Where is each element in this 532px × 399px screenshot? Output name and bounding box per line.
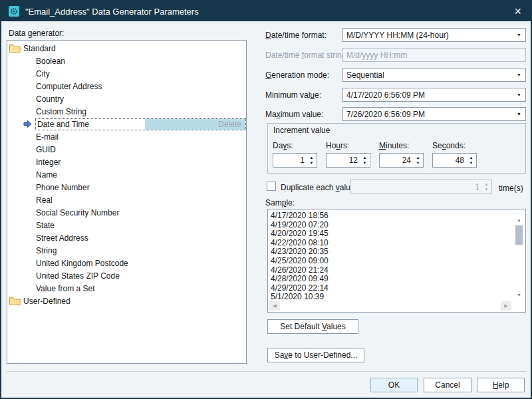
spinner-down-icon: ▼ xyxy=(485,188,489,192)
sample-row: 4/17/2020 18:56 xyxy=(271,211,329,221)
increment-value-group: Increment value Days: 1 ▲▼ Hours: 12 ▲▼ … xyxy=(267,123,526,174)
maximum-value-label: Maximum value: xyxy=(265,110,323,119)
dropdown-arrow-icon: ▼ xyxy=(517,72,525,77)
folder-icon xyxy=(9,44,21,53)
tree-item-value-from-a-set[interactable]: Value from a Set xyxy=(7,282,246,295)
sample-label: Sample: xyxy=(265,198,295,207)
tree-item-state[interactable]: State xyxy=(7,219,246,231)
title-bar: "Email_Address" Data Generator Parameter… xyxy=(1,1,531,21)
tree-item-city[interactable]: City xyxy=(7,67,246,80)
tree-item-boolean[interactable]: Boolean xyxy=(7,55,246,67)
duplicate-each-value-checkbox[interactable] xyxy=(267,182,276,191)
tree-item-phone-number[interactable]: Phone Number xyxy=(7,181,246,194)
format-string-label: Date/time format string: xyxy=(265,51,348,60)
sample-row: 4/22/2020 08:10 xyxy=(271,239,329,248)
selected-item-arrow-icon xyxy=(23,120,32,128)
times-suffix-label: time(s) xyxy=(499,184,523,193)
scroll-up-icon[interactable]: ▲ xyxy=(517,217,521,222)
tree-item-custom-string[interactable]: Custom String xyxy=(7,105,246,118)
tree-item-label: Standard xyxy=(23,44,56,53)
tree-item-computer-address[interactable]: Computer Address xyxy=(7,80,246,92)
scroll-right-icon[interactable]: ▶ xyxy=(501,301,511,311)
data-generator-label: Data generator: xyxy=(9,29,64,38)
hours-label: Hours: xyxy=(326,141,349,150)
minimum-value-select[interactable]: 4/17/2020 6:56:09 PM ▼ xyxy=(342,88,526,102)
tree-item-string[interactable]: String xyxy=(7,244,246,257)
tree-folder-standard[interactable]: Standard xyxy=(7,42,246,55)
spinner-up-icon[interactable]: ▲ xyxy=(310,156,314,160)
vertical-scrollbar-thumb[interactable] xyxy=(515,225,523,245)
tree-item-label: User-Defined xyxy=(23,297,70,306)
tree-item-date-and-time-selected[interactable]: Date and Time Delete xyxy=(7,118,246,130)
tree-item-united-states-zip-code[interactable]: United States ZIP Code xyxy=(7,269,246,282)
data-generator-parameters-dialog: "Email_Address" Data Generator Parameter… xyxy=(0,0,532,399)
cancel-button[interactable]: Cancel xyxy=(424,378,471,392)
tree-item-social-security-number[interactable]: Social Security Number xyxy=(7,206,246,219)
tree-item-country[interactable]: Country xyxy=(7,92,246,105)
tree-item-email[interactable]: E-mail xyxy=(7,130,246,143)
tree-item-real[interactable]: Real xyxy=(7,194,246,206)
selected-row-focus-box: Date and Time Delete xyxy=(35,118,246,130)
selection-highlight: Delete xyxy=(145,119,245,130)
scroll-down-icon[interactable]: ▼ xyxy=(517,293,521,297)
set-default-values-button[interactable]: Set Default Values xyxy=(267,319,358,334)
gear-app-icon xyxy=(9,6,19,17)
folder-icon xyxy=(9,297,21,305)
duplicate-count-spinner-disabled: 1 ▲▼ xyxy=(350,180,492,194)
tree-item-integer[interactable]: Integer xyxy=(7,156,246,168)
save-to-user-defined-button[interactable]: Save to User-Defined... xyxy=(267,348,364,362)
help-button[interactable]: Help xyxy=(477,378,525,392)
delete-inline-button[interactable]: Delete xyxy=(218,120,241,129)
spinner-down-icon[interactable]: ▼ xyxy=(310,162,314,165)
spinner-up-icon[interactable]: ▲ xyxy=(469,156,473,160)
generation-mode-label: Generation mode: xyxy=(265,70,329,80)
duplicate-each-value-label: Duplicate each value xyxy=(281,183,354,192)
dropdown-arrow-icon: ▼ xyxy=(517,92,525,97)
datetime-format-select[interactable]: M/D/YYYY HH:MM (24-hour) ▼ xyxy=(342,28,526,42)
spinner-down-icon[interactable]: ▼ xyxy=(416,162,420,165)
data-generator-tree[interactable]: Standard Boolean City Computer Address C… xyxy=(7,40,247,364)
sample-row: 4/23/2020 20:35 xyxy=(271,247,329,257)
sample-row: 4/26/2020 21:24 xyxy=(271,266,329,275)
sample-row: 5/1/2020 10:39 xyxy=(271,293,329,302)
spinner-up-icon: ▲ xyxy=(485,183,489,186)
spinner-down-icon[interactable]: ▼ xyxy=(363,162,367,165)
tree-item-guid[interactable]: GUID xyxy=(7,143,246,156)
footer-divider xyxy=(7,371,526,372)
sample-row: 4/20/2020 19:45 xyxy=(271,229,329,239)
spinner-down-icon[interactable]: ▼ xyxy=(469,162,473,165)
minutes-label: Minutes: xyxy=(379,141,409,150)
tree-item-name[interactable]: Name xyxy=(7,168,246,181)
datetime-format-label: Date/time format: xyxy=(265,31,327,40)
seconds-spinner[interactable]: 48 ▲▼ xyxy=(432,153,477,168)
close-icon[interactable]: × xyxy=(512,5,523,17)
sample-items: 4/17/2020 18:56 4/19/2020 07:20 4/20/202… xyxy=(271,211,329,302)
format-string-input-disabled: M/d/yyyy HH:mm xyxy=(342,48,526,62)
increment-value-title: Increment value xyxy=(273,126,330,135)
tree-item-united-kingdom-postcode[interactable]: United Kingdom Postcode xyxy=(7,257,246,269)
days-spinner[interactable]: 1 ▲▼ xyxy=(273,153,317,168)
dropdown-arrow-icon: ▼ xyxy=(517,112,525,116)
seconds-label: Seconds: xyxy=(432,141,466,150)
minutes-spinner[interactable]: 24 ▲▼ xyxy=(379,153,424,168)
maximum-value-select[interactable]: 7/26/2020 6:56:09 PM ▼ xyxy=(342,107,526,121)
tree-item-label: Date and Time xyxy=(37,120,89,129)
scroll-left-icon[interactable]: ◀ xyxy=(269,301,280,311)
days-label: Days: xyxy=(273,141,293,150)
sample-row: 4/29/2020 22:14 xyxy=(271,284,329,293)
dropdown-arrow-icon: ▼ xyxy=(517,33,525,37)
hours-spinner[interactable]: 12 ▲▼ xyxy=(326,153,370,168)
window-title: "Email_Address" Data Generator Parameter… xyxy=(25,7,199,17)
spinner-up-icon[interactable]: ▲ xyxy=(416,156,420,160)
sample-row: 4/19/2020 07:20 xyxy=(271,221,329,230)
sample-list[interactable]: 4/17/2020 18:56 4/19/2020 07:20 4/20/202… xyxy=(267,209,526,313)
minimum-value-label: Minimum value: xyxy=(265,90,321,100)
tree-item-street-address[interactable]: Street Address xyxy=(7,231,246,244)
tree-folder-user-defined[interactable]: User-Defined xyxy=(7,295,246,307)
sample-row: 4/28/2020 09:49 xyxy=(271,275,329,284)
generation-mode-select[interactable]: Sequential ▼ xyxy=(342,68,526,82)
sample-row: 4/25/2020 09:00 xyxy=(271,257,329,266)
spinner-up-icon[interactable]: ▲ xyxy=(363,156,367,160)
ok-button[interactable]: OK xyxy=(370,378,418,392)
